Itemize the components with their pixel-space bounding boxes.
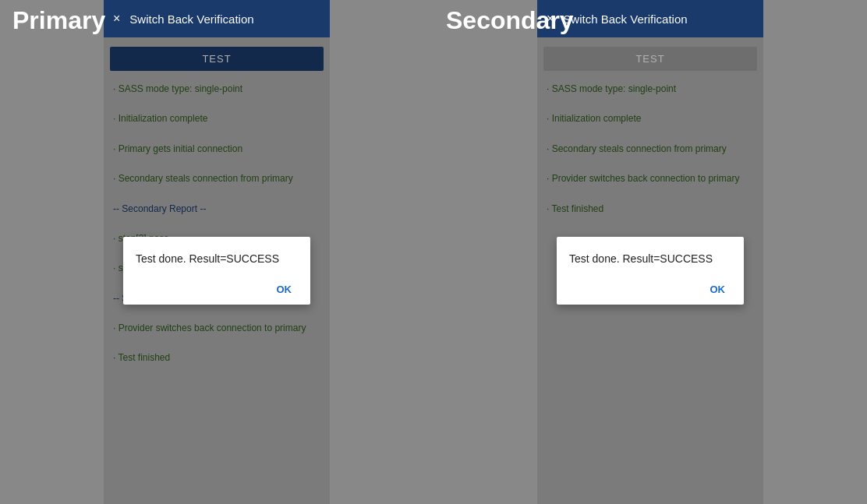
secondary-panel: Secondary × Switch Back Verification TES…	[434, 0, 867, 504]
primary-titlebar: × Switch Back Verification	[104, 0, 330, 37]
primary-panel: Primary × Switch Back Verification TEST …	[0, 0, 434, 504]
primary-dialog-body: TEST · SASS mode type: single-point · In…	[104, 37, 330, 504]
primary-label: Primary	[0, 0, 118, 41]
primary-modal-message: Test done. Result=SUCCESS	[136, 252, 298, 265]
primary-modal-actions: OK	[136, 280, 298, 298]
secondary-label: Secondary	[434, 0, 586, 41]
primary-modal-overlay: Test done. Result=SUCCESS OK	[104, 37, 330, 504]
primary-dialog-container: × Switch Back Verification TEST · SASS m…	[104, 0, 330, 504]
primary-dialog-title: Switch Back Verification	[129, 12, 253, 26]
secondary-modal-message: Test done. Result=SUCCESS	[569, 252, 731, 265]
primary-ok-button[interactable]: OK	[271, 280, 299, 298]
secondary-modal-actions: OK	[569, 280, 731, 298]
primary-modal-dialog: Test done. Result=SUCCESS OK	[123, 237, 310, 305]
secondary-ok-button[interactable]: OK	[704, 280, 732, 298]
secondary-modal-overlay: Test done. Result=SUCCESS OK	[537, 37, 763, 504]
secondary-dialog-container: × Switch Back Verification TEST · SASS m…	[537, 0, 763, 504]
secondary-dialog-body: TEST · SASS mode type: single-point · In…	[537, 37, 763, 504]
secondary-modal-dialog: Test done. Result=SUCCESS OK	[557, 237, 744, 305]
